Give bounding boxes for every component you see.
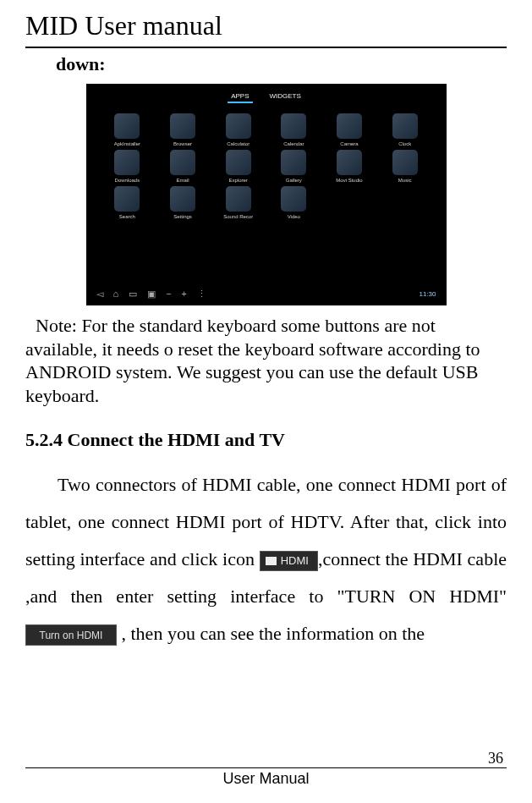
android-navbar: ◅ ⌂ ▭ ▣ − + ⋮ 11:30 xyxy=(88,283,445,304)
app-label: ApkInstaller xyxy=(114,141,140,146)
hdmi-button: HDMI xyxy=(260,551,318,571)
app-label: Calendar xyxy=(283,141,304,146)
app-item: Downloads xyxy=(103,150,152,183)
footer-label: User Manual xyxy=(25,770,507,788)
home-icon: ⌂ xyxy=(113,289,119,300)
header-rule xyxy=(25,47,507,48)
app-label: Settings xyxy=(173,214,192,219)
app-icon xyxy=(281,186,306,212)
status-clock: 11:30 xyxy=(419,290,436,298)
app-label: Browser xyxy=(173,141,192,146)
hdmi-button-label: HDMI xyxy=(281,550,309,572)
app-label: Email xyxy=(176,178,189,183)
app-icon xyxy=(170,113,195,139)
tab-widgets: WIDGETS xyxy=(266,91,304,103)
app-item: Clock xyxy=(381,113,430,146)
app-item: ApkInstaller xyxy=(103,113,152,146)
app-label: Search xyxy=(119,214,135,219)
app-item: Settings xyxy=(158,186,207,219)
app-label: Music xyxy=(398,178,412,183)
app-icon xyxy=(281,150,306,175)
app-item: Gallery xyxy=(270,150,319,183)
footer-rule xyxy=(25,767,507,768)
app-label: Clock xyxy=(398,141,411,146)
app-label: Explorer xyxy=(228,178,247,183)
app-item: Camera xyxy=(325,113,374,146)
app-icon xyxy=(226,186,251,212)
page-footer: 36 User Manual xyxy=(25,750,507,788)
app-item: Movi Studio xyxy=(325,150,374,183)
app-item: Search xyxy=(103,186,152,219)
app-label: Movi Studio xyxy=(336,178,362,183)
app-item: Calculator xyxy=(214,113,263,146)
app-item: Music xyxy=(381,150,430,183)
body-post: , then you can see the information on th… xyxy=(117,623,425,644)
section-heading: 5.2.4 Connect the HDMI and TV xyxy=(25,429,507,451)
app-icon xyxy=(170,150,195,175)
app-icon xyxy=(281,113,306,139)
app-icon xyxy=(226,113,251,139)
app-label: Sound Recor xyxy=(223,214,253,219)
app-icon xyxy=(226,150,251,175)
app-label: Calculator xyxy=(227,141,250,146)
note-text: Note: For the standard keyboard some but… xyxy=(25,314,507,407)
app-item: Sound Recor xyxy=(214,186,263,219)
back-icon: ◅ xyxy=(96,289,103,300)
down-label: down: xyxy=(56,53,507,75)
app-item: Calendar xyxy=(270,113,319,146)
doc-title: MID User manual xyxy=(25,10,507,41)
recent-icon: ▭ xyxy=(129,289,137,300)
app-grid: ApkInstaller Browser Calculator Calendar… xyxy=(88,103,445,219)
app-icon xyxy=(337,150,362,175)
android-screenshot: APPS WIDGETS ApkInstaller Browser Calcul… xyxy=(86,84,447,305)
app-icon xyxy=(392,113,418,139)
turn-on-hdmi-label: Turn on HDMI xyxy=(40,625,103,646)
app-label: Downloads xyxy=(114,178,140,183)
app-item: Explorer xyxy=(214,150,263,183)
app-icon xyxy=(170,186,195,212)
vol-down-icon: − xyxy=(166,289,171,300)
tab-apps: APPS xyxy=(228,91,252,103)
screenshot-tabs: APPS WIDGETS xyxy=(88,91,445,103)
app-icon xyxy=(114,186,140,212)
screenshot-icon: ▣ xyxy=(147,289,156,300)
app-icon xyxy=(114,113,140,139)
menu-icon: ⋮ xyxy=(197,289,206,300)
app-label: Gallery xyxy=(286,178,302,183)
app-item: Email xyxy=(158,150,207,183)
nav-buttons: ◅ ⌂ ▭ ▣ − + ⋮ xyxy=(96,289,207,300)
app-label: Camera xyxy=(340,141,358,146)
app-icon xyxy=(392,150,418,175)
vol-up-icon: + xyxy=(182,289,187,300)
app-label: Video xyxy=(288,214,300,219)
app-item: Browser xyxy=(158,113,207,146)
embedded-screenshot-wrap: APPS WIDGETS ApkInstaller Browser Calcul… xyxy=(25,84,507,305)
app-item: Video xyxy=(270,186,319,219)
app-icon xyxy=(337,113,362,139)
turn-on-hdmi-button: Turn on HDMI xyxy=(25,624,117,646)
page-number: 36 xyxy=(25,750,507,767)
app-icon xyxy=(114,150,140,175)
monitor-icon xyxy=(266,557,277,565)
body-paragraph: Two connectors of HDMI cable, one connec… xyxy=(25,466,507,652)
